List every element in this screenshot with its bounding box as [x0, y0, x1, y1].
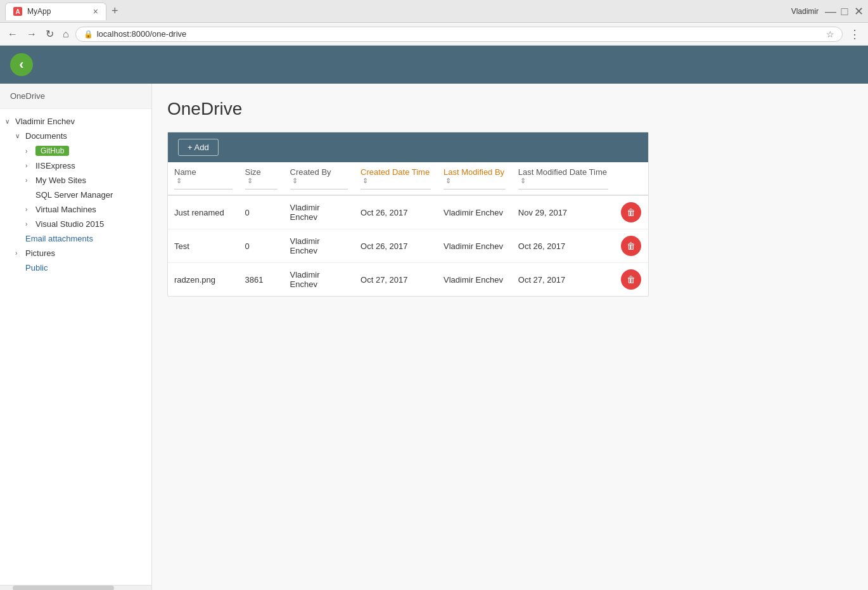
app-back-button[interactable]: ‹ — [10, 53, 33, 76]
sidebar-item-label: Documents — [25, 131, 67, 141]
cell-created-by: Vladimir Enchev — [284, 263, 355, 297]
sidebar-tree-item[interactable]: Email attachments — [0, 231, 151, 246]
tab-close-button[interactable]: × — [93, 6, 98, 16]
col-name-header: Name ⇕ — [168, 162, 239, 195]
cell-created-dt: Oct 27, 2017 — [354, 263, 437, 297]
sidebar-tree-item[interactable]: Public — [0, 260, 151, 275]
files-table: Name ⇕ Size ⇕ — [168, 162, 648, 296]
cell-action: 🗑 — [615, 229, 648, 263]
cell-created-by: Vladimir Enchev — [284, 195, 355, 229]
cell-name: Test — [168, 229, 239, 263]
cell-name: radzen.png — [168, 263, 239, 297]
cell-name: Just renamed — [168, 195, 239, 229]
sidebar-tree-item[interactable]: ›Virtual Machines — [0, 202, 151, 217]
sidebar-tree-item[interactable]: ∨Vladimir Enchev — [0, 114, 151, 129]
sidebar-tree-item[interactable]: ›My Web Sites — [0, 173, 151, 188]
back-nav-button[interactable]: ← — [5, 26, 20, 42]
last-mod-dt-sort-icon[interactable]: ⇕ — [520, 177, 608, 185]
sidebar-scrollbar-thumb — [13, 586, 114, 590]
add-button[interactable]: + Add — [178, 139, 219, 156]
tab-title: MyApp — [27, 7, 51, 16]
sidebar-tree-item[interactable]: ∨Documents — [0, 129, 151, 143]
app-header: ‹ — [0, 46, 868, 84]
forward-nav-button[interactable]: → — [24, 26, 39, 42]
col-last-mod-dt-header: Last Modified Date Time ⇕ — [512, 162, 615, 195]
browser-addressbar: ← → ↻ ⌂ 🔒 localhost:8000/one-drive ☆ ⋮ — [0, 23, 868, 46]
chevron-icon: ∨ — [15, 132, 25, 139]
main-content: OneDrive + Add Name ⇕ — [152, 84, 868, 590]
cell-action: 🗑 — [615, 195, 648, 229]
cell-last-mod-dt: Oct 27, 2017 — [512, 263, 615, 297]
sidebar-tree-item[interactable]: ›GitHub — [0, 143, 151, 158]
delete-button[interactable]: 🗑 — [621, 236, 641, 256]
cell-size: 0 — [239, 195, 284, 229]
table-toolbar: + Add — [168, 132, 648, 162]
app-body: OneDrive ∨Vladimir Enchev∨Documents›GitH… — [0, 84, 868, 590]
sidebar-item-label: My Web Sites — [35, 176, 86, 185]
chevron-icon: › — [25, 148, 35, 155]
cell-size: 0 — [239, 229, 284, 263]
name-sort-icon[interactable]: ⇕ — [176, 177, 233, 185]
col-created-by-header: Created By ⇕ — [284, 162, 355, 195]
bookmark-icon[interactable]: ☆ — [826, 29, 834, 39]
browser-menu-icon[interactable]: ⋮ — [846, 27, 863, 41]
table-row: Test0Vladimir EnchevOct 26, 2017Vladimir… — [168, 229, 648, 263]
sidebar-item-label: IISExpress — [35, 161, 75, 170]
cell-last-mod-by: Vladimir Enchev — [437, 263, 512, 297]
minimize-button[interactable]: — — [826, 7, 835, 16]
cell-last-mod-by: Vladimir Enchev — [437, 195, 512, 229]
table-row: Just renamed0Vladimir EnchevOct 26, 2017… — [168, 195, 648, 229]
col-last-mod-by-header: Last Modified By ⇕ — [437, 162, 512, 195]
new-tab-button[interactable]: + — [106, 4, 124, 18]
cell-created-by: Vladimir Enchev — [284, 229, 355, 263]
address-bar[interactable]: 🔒 localhost:8000/one-drive ☆ — [75, 27, 843, 42]
sidebar-tree-item[interactable]: ›Visual Studio 2015 — [0, 217, 151, 231]
tab-favicon: A — [13, 7, 22, 16]
col-created-dt-header: Created Date Time ⇕ — [354, 162, 437, 195]
sidebar-item-label: SQL Server Manager — [35, 190, 113, 200]
cell-last-mod-dt: Nov 29, 2017 — [512, 195, 615, 229]
home-nav-button[interactable]: ⌂ — [60, 26, 72, 42]
chevron-icon: › — [15, 250, 25, 257]
browser-tab[interactable]: A MyApp × — [5, 3, 106, 20]
sidebar-item-label: Vladimir Enchev — [15, 117, 75, 126]
sidebar-item-label: Virtual Machines — [35, 205, 96, 214]
table-row: radzen.png3861Vladimir EnchevOct 27, 201… — [168, 263, 648, 297]
sidebar-item-label: Pictures — [25, 248, 55, 258]
browser-titlebar: A MyApp × + Vladimir — □ ✕ — [0, 0, 868, 23]
chevron-icon: › — [25, 206, 35, 213]
sidebar-item-label: GitHub — [35, 146, 69, 156]
chevron-icon: › — [25, 162, 35, 169]
page-title: OneDrive — [167, 99, 853, 119]
cell-last-mod-by: Vladimir Enchev — [437, 229, 512, 263]
delete-button[interactable]: 🗑 — [621, 269, 641, 290]
table-body: Just renamed0Vladimir EnchevOct 26, 2017… — [168, 195, 648, 296]
cell-created-dt: Oct 26, 2017 — [354, 229, 437, 263]
size-sort-icon[interactable]: ⇕ — [247, 177, 278, 185]
last-mod-by-sort-icon[interactable]: ⇕ — [445, 177, 506, 185]
sidebar-tree-item[interactable]: ›Pictures — [0, 246, 151, 260]
created-dt-sort-icon[interactable]: ⇕ — [362, 177, 431, 185]
sidebar-item-label: Public — [25, 263, 48, 273]
user-label: Vladimir — [791, 7, 819, 16]
cell-action: 🗑 — [615, 263, 648, 297]
sidebar: OneDrive ∨Vladimir Enchev∨Documents›GitH… — [0, 84, 152, 590]
created-by-sort-icon[interactable]: ⇕ — [292, 177, 348, 185]
maximize-button[interactable]: □ — [840, 7, 849, 16]
cell-last-mod-dt: Oct 26, 2017 — [512, 229, 615, 263]
sidebar-tree: ∨Vladimir Enchev∨Documents›GitHub›IISExp… — [0, 109, 151, 585]
reload-nav-button[interactable]: ↻ — [43, 25, 56, 42]
sidebar-scrollbar[interactable] — [0, 585, 151, 590]
table-container: + Add Name ⇕ Size — [167, 132, 649, 297]
table-header-row: Name ⇕ Size ⇕ — [168, 162, 648, 195]
chevron-icon: ∨ — [5, 118, 15, 125]
sidebar-tree-item[interactable]: SQL Server Manager — [0, 188, 151, 202]
cell-created-dt: Oct 26, 2017 — [354, 195, 437, 229]
sidebar-header: OneDrive — [0, 84, 151, 109]
sidebar-tree-item[interactable]: ›IISExpress — [0, 158, 151, 173]
window-controls: — □ ✕ — [826, 7, 863, 16]
sidebar-item-label: Visual Studio 2015 — [35, 219, 104, 229]
chevron-left-icon: ‹ — [19, 56, 23, 73]
delete-button[interactable]: 🗑 — [621, 202, 641, 222]
close-button[interactable]: ✕ — [854, 7, 863, 16]
